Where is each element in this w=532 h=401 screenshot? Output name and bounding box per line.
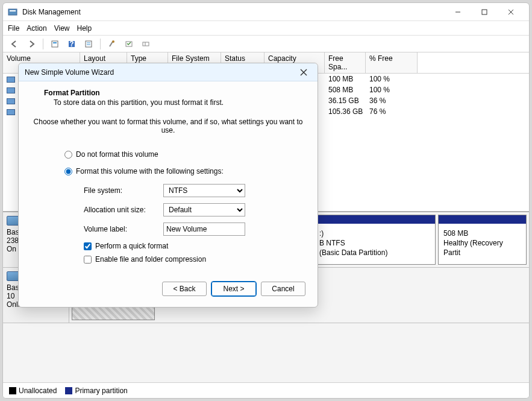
minimize-button[interactable] [445,4,471,21]
menu-help[interactable]: Help [77,24,92,33]
window-title: Disk Management [22,8,445,16]
radio-no-format-label: Do not format this volume [76,150,158,159]
cancel-button[interactable]: Cancel [261,282,305,296]
select-allocation-unit[interactable]: Default [163,203,245,216]
label-filesystem: File system: [84,186,163,195]
menu-view[interactable]: View [54,24,70,33]
swatch-primary [65,387,72,394]
svg-rect-0 [8,9,17,15]
next-button[interactable]: Next > [211,282,256,296]
svg-rect-7 [53,42,57,43]
maximize-button[interactable] [471,4,498,21]
partition[interactable]: 508 MB Healthy (Recovery Partit [438,215,527,265]
refresh-icon[interactable] [82,37,95,51]
volume-icon [7,98,15,104]
properties-icon[interactable] [48,37,61,51]
cell-free: 508 MB [325,85,366,95]
svg-rect-10 [86,41,92,47]
checkbox-quick-format[interactable] [84,242,92,250]
wizard-heading: Format Partition [44,89,304,97]
svg-rect-15 [143,42,149,46]
detail-icon[interactable] [139,37,152,51]
svg-rect-6 [52,41,58,47]
partition-topbar [315,215,435,224]
volume-icon [7,109,15,115]
radio-format-label: Format this volume with the following se… [76,167,224,175]
menu-file[interactable]: File [8,24,19,33]
radio-no-format-input[interactable] [64,151,72,159]
checkbox-compression[interactable] [84,256,92,264]
partition-line: (Basic Data Partition) [319,248,430,257]
legend-primary: Primary partition [65,387,127,395]
back-button[interactable]: < Back [162,282,207,296]
col-freespace[interactable]: Free Spa... [325,52,366,73]
svg-text:?: ? [69,40,74,48]
volume-icon [7,87,15,93]
input-volume-label[interactable] [163,223,245,236]
radio-format[interactable]: Format this volume with the following se… [64,167,304,175]
check-compression[interactable]: Enable file and folder compression [84,255,304,264]
col-pctfree[interactable]: % Free [366,52,418,73]
back-icon[interactable] [8,37,21,51]
wizard-close-button[interactable] [296,65,311,80]
legend: Unallocated Primary partition [3,382,529,398]
help-icon[interactable]: ? [65,37,78,51]
checkbox-compression-label: Enable file and folder compression [95,255,206,264]
close-icon [300,69,307,76]
titlebar: Disk Management [3,3,529,21]
wizard-subheading: To store data on this partition, you mus… [54,98,304,107]
check-quick-format[interactable]: Perform a quick format [84,242,304,250]
cell-pct: 36 % [366,96,418,106]
wizard-body: Format Partition To store data on this p… [19,81,318,272]
new-simple-volume-wizard: New Simple Volume Wizard Format Partitio… [18,63,318,308]
app-icon [8,7,17,17]
label-volume-label: Volume label: [84,225,163,233]
partition-line: 508 MB [443,229,521,238]
swatch-unallocated [9,387,16,394]
select-filesystem[interactable]: NTFS [163,184,245,197]
menu-action[interactable]: Action [27,24,46,33]
separator [100,39,101,49]
partition-topbar [439,215,526,224]
checkbox-quick-format-label: Perform a quick format [95,242,168,250]
svg-point-13 [112,40,114,43]
volume-icon [7,77,15,83]
cell-pct: 76 % [366,107,418,116]
radio-format-input[interactable] [64,168,72,175]
list-icon[interactable] [122,37,136,51]
wizard-titlebar: New Simple Volume Wizard [19,63,318,81]
wizard-footer: < Back Next > Cancel [19,272,318,307]
cell-free: 105.36 GB [325,107,366,116]
svg-rect-3 [482,10,487,14]
wizard-instruction: Choose whether you want to format this v… [32,118,304,134]
cell-free: 36.15 GB [325,96,366,106]
toolbar: ? [3,36,529,52]
cell-pct: 100 % [366,74,418,84]
cell-pct: 100 % [366,85,418,95]
separator [43,39,43,49]
svg-rect-1 [10,10,16,11]
forward-icon[interactable] [25,37,38,51]
wizard-title: New Simple Volume Wizard [25,68,296,77]
partition-line: Healthy (Recovery Partit [443,238,521,257]
radio-no-format[interactable]: Do not format this volume [64,150,304,159]
settings-icon[interactable] [105,37,119,51]
partition[interactable]: :) B NTFS (Basic Data Partition) [314,215,436,265]
partition-line: :) [319,229,430,238]
menubar: File Action View Help [3,21,529,36]
label-allocation-unit: Allocation unit size: [84,206,163,214]
close-button[interactable] [498,4,524,21]
format-settings: File system: NTFS Allocation unit size: … [84,184,304,264]
cell-free: 100 MB [325,74,366,84]
legend-unallocated: Unallocated [9,387,57,395]
partition-line: B NTFS [319,238,430,248]
